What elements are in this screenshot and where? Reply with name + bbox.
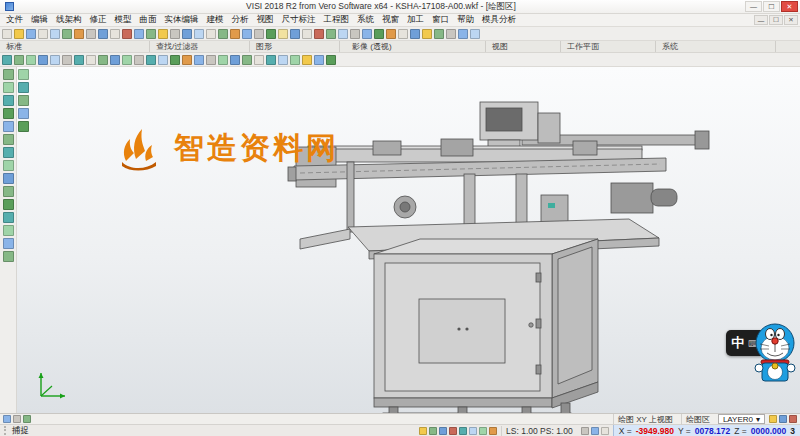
toolbar-icon[interactable]	[446, 29, 456, 39]
toolbar-icon[interactable]	[242, 29, 252, 39]
layer-selector[interactable]: LAYER0 ▾	[718, 414, 765, 424]
toolbar-icon[interactable]	[374, 29, 384, 39]
toolbar-icon[interactable]	[302, 29, 312, 39]
toolbar-icon[interactable]	[62, 29, 72, 39]
toolbar-group-label[interactable]: 系统	[656, 41, 776, 52]
toolbar-icon[interactable]	[3, 134, 14, 145]
toolbar-icon[interactable]	[194, 55, 204, 65]
toolbar-icon[interactable]	[779, 415, 787, 423]
menu-item[interactable]: 工程图	[320, 14, 354, 26]
toolbar-icon[interactable]	[410, 29, 420, 39]
toolbar-icon[interactable]	[3, 121, 14, 132]
toolbar-icon[interactable]	[3, 69, 14, 80]
toolbar-icon[interactable]	[50, 29, 60, 39]
menu-item[interactable]: 建模	[203, 14, 228, 26]
toolbar-icon[interactable]	[50, 55, 60, 65]
menu-item[interactable]: 视图	[253, 14, 278, 26]
toolbar-icon[interactable]	[230, 55, 240, 65]
toolbar-icon[interactable]	[326, 55, 336, 65]
toolbar-icon[interactable]	[206, 29, 216, 39]
menu-item[interactable]: 曲面	[136, 14, 161, 26]
toolbar-icon[interactable]	[326, 29, 336, 39]
toolbar-icon[interactable]	[3, 95, 14, 106]
toolbar-icon[interactable]	[581, 427, 589, 435]
toolbar-icon[interactable]	[230, 29, 240, 39]
toolbar-icon[interactable]	[789, 415, 797, 423]
toolbar-icon[interactable]	[314, 29, 324, 39]
toolbar-icon[interactable]	[3, 199, 14, 210]
toolbar-icon[interactable]	[170, 29, 180, 39]
menu-item[interactable]: 帮助	[453, 14, 478, 26]
toolbar-group-label[interactable]: 图形	[250, 41, 340, 52]
toolbar-icon[interactable]	[134, 29, 144, 39]
toolbar-icon[interactable]	[26, 55, 36, 65]
toolbar-icon[interactable]	[13, 415, 21, 423]
toolbar-icon[interactable]	[302, 55, 312, 65]
toolbar-icon[interactable]	[3, 108, 14, 119]
toolbar-icon[interactable]	[422, 29, 432, 39]
toolbar-icon[interactable]	[489, 427, 497, 435]
menu-item[interactable]: 窗口	[428, 14, 453, 26]
toolbar-group-label[interactable]: 视图	[486, 41, 561, 52]
close-button[interactable]: ✕	[781, 1, 798, 12]
toolbar-icon[interactable]	[218, 55, 228, 65]
toolbar-icon[interactable]	[429, 427, 437, 435]
workplane-indicator[interactable]: 绘图 XY 上视图	[613, 414, 677, 425]
toolbar-icon[interactable]	[439, 427, 447, 435]
toolbar-icon[interactable]	[194, 29, 204, 39]
toolbar-icon[interactable]	[338, 29, 348, 39]
toolbar-icon[interactable]	[469, 427, 477, 435]
maximize-button[interactable]: ☐	[763, 1, 780, 12]
toolbar-icon[interactable]	[86, 55, 96, 65]
minimize-button[interactable]: —	[745, 1, 762, 12]
toolbar-icon[interactable]	[434, 29, 444, 39]
toolbar-icon[interactable]	[23, 415, 31, 423]
toolbar-group-label[interactable]: 影像 (透视)	[346, 41, 486, 52]
toolbar-icon[interactable]	[3, 82, 14, 93]
toolbar-icon[interactable]	[218, 29, 228, 39]
menu-item[interactable]: 加工	[403, 14, 428, 26]
toolbar-icon[interactable]	[158, 29, 168, 39]
child-minimize-button[interactable]: —	[754, 15, 768, 25]
toolbar-icon[interactable]	[3, 251, 14, 262]
menu-item[interactable]: 实体编辑	[161, 14, 203, 26]
toolbar-icon[interactable]	[170, 55, 180, 65]
toolbar-icon[interactable]	[601, 427, 609, 435]
toolbar-icon[interactable]	[206, 55, 216, 65]
toolbar-icon[interactable]	[3, 415, 11, 423]
toolbar-icon[interactable]	[591, 427, 599, 435]
toolbar-icon[interactable]	[26, 29, 36, 39]
toolbar-icon[interactable]	[290, 29, 300, 39]
toolbar-icon[interactable]	[458, 29, 468, 39]
toolbar-icon[interactable]	[122, 55, 132, 65]
toolbar-icon[interactable]	[314, 55, 324, 65]
toolbar-icon[interactable]	[110, 29, 120, 39]
toolbar-icon[interactable]	[290, 55, 300, 65]
ime-language-indicator[interactable]: 中	[731, 334, 744, 352]
toolbar-icon[interactable]	[254, 55, 264, 65]
toolbar-icon[interactable]	[386, 29, 396, 39]
child-restore-button[interactable]: ☐	[769, 15, 783, 25]
toolbar-icon[interactable]	[3, 212, 14, 223]
toolbar-icon[interactable]	[2, 55, 12, 65]
toolbar-icon[interactable]	[769, 415, 777, 423]
toolbar-icon[interactable]	[62, 55, 72, 65]
toolbar-icon[interactable]	[158, 55, 168, 65]
toolbar-icon[interactable]	[182, 29, 192, 39]
menu-item[interactable]: 视窗	[378, 14, 403, 26]
toolbar-icon[interactable]	[86, 29, 96, 39]
toolbar-icon[interactable]	[3, 147, 14, 158]
menu-item[interactable]: 修正	[86, 14, 111, 26]
toolbar-icon[interactable]	[278, 29, 288, 39]
toolbar-icon[interactable]	[3, 225, 14, 236]
toolbar-icon[interactable]	[479, 427, 487, 435]
toolbar-group-label[interactable]: 工作平面	[561, 41, 656, 52]
toolbar-group-label[interactable]: 查找/过滤器	[150, 41, 250, 52]
toolbar-icon[interactable]	[122, 29, 132, 39]
menu-item[interactable]: 模具分析	[478, 14, 520, 26]
toolbar-icon[interactable]	[134, 55, 144, 65]
toolbar-icon[interactable]	[74, 29, 84, 39]
toolbar-icon[interactable]	[3, 160, 14, 171]
toolbar-icon[interactable]	[98, 55, 108, 65]
toolbar-icon[interactable]	[14, 29, 24, 39]
